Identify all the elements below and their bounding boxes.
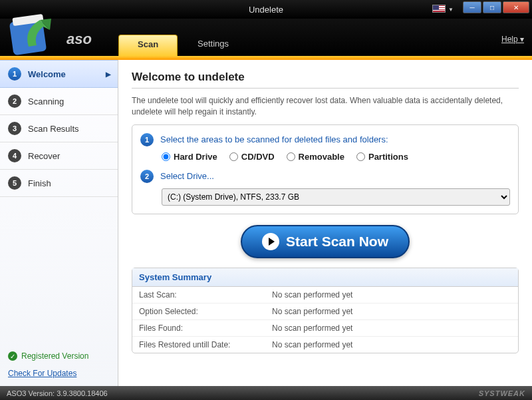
header: aso Scan Settings Help ▾ — [0, 19, 532, 56]
summary-key: Option Selected: — [139, 307, 272, 316]
area-radio-group: Hard Drive CD/DVD Removable Partitions — [162, 152, 510, 162]
status-bar: ASO3 Version: 3.9.3800.18406 SYSTWEAK — [0, 386, 532, 400]
summary-value: No scan performed yet — [272, 340, 352, 349]
sidebar-item-label: Scanning — [28, 97, 64, 106]
step-badge-icon: 2 — [140, 170, 154, 183]
minimize-button[interactable]: ─ — [463, 1, 481, 13]
sidebar-item-label: Scan Results — [28, 124, 79, 134]
divider — [132, 88, 519, 89]
sidebar: 1 Welcome 2 Scanning 3 Scan Results 4 Re… — [0, 60, 118, 386]
radio-hard-drive[interactable]: Hard Drive — [162, 152, 217, 162]
window-title: Undelete — [249, 5, 283, 15]
language-dropdown-arrow[interactable]: ▼ — [448, 7, 454, 13]
sidebar-footer: ✓ Registered Version Check For Updates — [0, 343, 118, 386]
sidebar-item-scan-results[interactable]: 3 Scan Results — [0, 115, 118, 142]
step1-row: 1 Select the areas to be scanned for del… — [140, 133, 510, 146]
sidebar-item-label: Finish — [28, 178, 51, 188]
version-label: ASO3 Version: 3.9.3800.18406 — [7, 389, 108, 397]
window-controls: ─ □ ✕ — [463, 1, 529, 13]
vendor-brand: SYSTWEAK — [479, 389, 525, 397]
summary-key: Files Restored untill Date: — [139, 340, 272, 349]
main-area: 1 Welcome 2 Scanning 3 Scan Results 4 Re… — [0, 60, 532, 386]
summary-key: Last Scan: — [139, 290, 272, 300]
summary-row: Last Scan: No scan performed yet — [132, 287, 518, 303]
check-icon: ✓ — [8, 351, 17, 361]
sidebar-item-welcome[interactable]: 1 Welcome — [0, 60, 118, 88]
sidebar-item-finish[interactable]: 5 Finish — [0, 170, 118, 197]
registered-version-label: ✓ Registered Version — [8, 351, 110, 361]
main-tabs: Scan Settings — [118, 35, 249, 56]
scan-options-panel: 1 Select the areas to be scanned for del… — [132, 124, 519, 214]
summary-row: Files Found: No scan performed yet — [132, 320, 518, 337]
help-link[interactable]: Help ▾ — [501, 35, 524, 44]
maximize-button[interactable]: □ — [483, 1, 501, 13]
close-button[interactable]: ✕ — [503, 1, 529, 13]
drive-select-wrapper: (C:) (System Drive), NTFS, 233.7 GB — [162, 188, 510, 206]
drive-select[interactable]: (C:) (System Drive), NTFS, 233.7 GB — [162, 188, 510, 206]
summary-title: System Summary — [132, 268, 518, 287]
app-logo-icon — [3, 7, 63, 60]
step1-label: Select the areas to be scanned for delet… — [160, 134, 388, 144]
radio-removable[interactable]: Removable — [287, 152, 344, 162]
page-description: The undelete tool will quickly and effic… — [132, 95, 519, 118]
titlebar: Undelete ▼ ─ □ ✕ — [0, 0, 532, 19]
summary-row: Option Selected: No scan performed yet — [132, 303, 518, 320]
content: Welcome to undelete The undelete tool wi… — [118, 60, 532, 386]
summary-value: No scan performed yet — [272, 323, 352, 333]
page-title: Welcome to undelete — [132, 71, 519, 84]
sidebar-item-label: Welcome — [28, 69, 66, 79]
summary-value: No scan performed yet — [272, 307, 352, 316]
summary-value: No scan performed yet — [272, 290, 352, 300]
language-flag-icon[interactable] — [432, 5, 446, 13]
summary-key: Files Found: — [139, 323, 272, 333]
play-icon — [262, 233, 279, 250]
step2-row: 2 Select Drive... — [140, 170, 510, 183]
system-summary-panel: System Summary Last Scan: No scan perfor… — [132, 268, 519, 353]
step-number-icon: 2 — [8, 95, 21, 108]
step-number-icon: 5 — [8, 176, 21, 190]
tab-scan[interactable]: Scan — [118, 35, 178, 56]
step-number-icon: 1 — [8, 67, 21, 81]
radio-partitions[interactable]: Partitions — [356, 152, 408, 162]
sidebar-item-label: Recover — [28, 151, 60, 161]
step-badge-icon: 1 — [140, 133, 154, 146]
sidebar-item-recover[interactable]: 4 Recover — [0, 142, 118, 170]
step-number-icon: 4 — [8, 149, 21, 162]
summary-row: Files Restored untill Date: No scan perf… — [132, 337, 518, 353]
sidebar-item-scanning[interactable]: 2 Scanning — [0, 88, 118, 115]
tab-settings[interactable]: Settings — [179, 35, 247, 56]
step-number-icon: 3 — [8, 122, 21, 135]
brand-text: aso — [66, 31, 92, 48]
radio-cd-dvd[interactable]: CD/DVD — [229, 152, 275, 162]
start-scan-button[interactable]: Start Scan Now — [241, 225, 410, 258]
step2-label: Select Drive... — [160, 171, 214, 181]
check-updates-link[interactable]: Check For Updates — [8, 369, 110, 378]
